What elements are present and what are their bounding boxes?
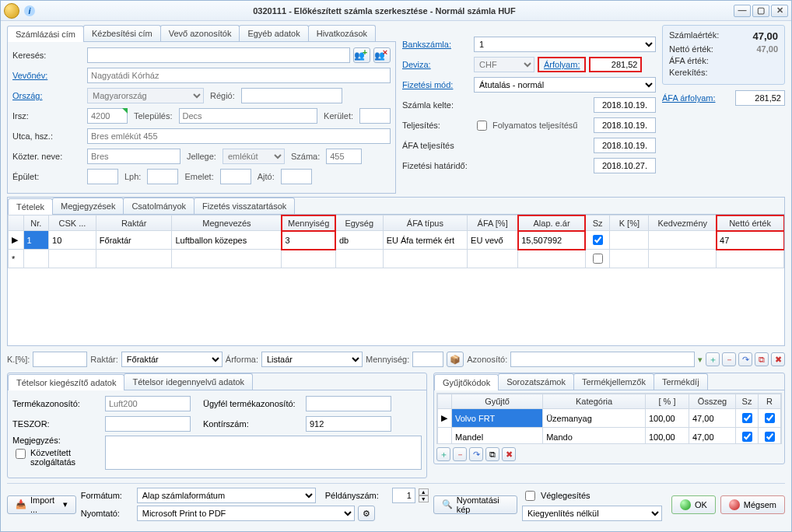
- jellege-select[interactable]: emlékút: [223, 149, 285, 164]
- tab-vevo-azonositok[interactable]: Vevő azonosítók: [160, 25, 240, 41]
- afa-arfolyam-field[interactable]: [735, 90, 785, 106]
- search-input[interactable]: [87, 47, 350, 63]
- export-icon[interactable]: ↷: [738, 352, 752, 366]
- col-megnevezes[interactable]: Megnevezés: [172, 215, 282, 231]
- kpct-field[interactable]: [33, 352, 87, 367]
- copy-icon[interactable]: ⧉: [755, 352, 769, 366]
- label-afa-arfolyam[interactable]: ÁFA árfolyam:: [662, 93, 715, 103]
- delete-row-icon[interactable]: －: [722, 352, 736, 366]
- table-row-new[interactable]: *: [9, 250, 784, 268]
- tab-gyujtokodok[interactable]: Gyűjtőkódok: [434, 374, 499, 390]
- col-alapear[interactable]: Alap. e.ár: [518, 215, 586, 231]
- col-mennyiseg[interactable]: Mennyiség: [282, 215, 335, 231]
- col-afatipus[interactable]: ÁFA típus: [383, 215, 467, 231]
- arforma-select[interactable]: Listaár: [261, 352, 363, 367]
- tab-tetelek[interactable]: Tételek: [8, 198, 53, 215]
- tab-termekdij[interactable]: Termékdíj: [654, 373, 708, 390]
- table-row[interactable]: ▶ Volvo FRT Üzemanyag 100,00 47,00: [438, 409, 781, 428]
- azonosito-field[interactable]: [510, 352, 695, 367]
- tab-tetelsor-idegen[interactable]: Tételsor idegennyelvű adatok: [124, 373, 253, 390]
- ugyfelterm-field[interactable]: [306, 396, 391, 411]
- print-preview-button[interactable]: 🔍 Nyomtatási kép: [433, 495, 517, 514]
- termekazon-field[interactable]: [105, 396, 191, 411]
- nyomtato-select[interactable]: Microsoft Print to PDF: [137, 506, 355, 521]
- label-vevonev[interactable]: Vevőnév:: [12, 71, 84, 80]
- teszor-field[interactable]: [105, 416, 191, 432]
- col-egyseg[interactable]: Egység: [335, 215, 383, 231]
- spinner-up-icon[interactable]: ▲: [419, 488, 429, 495]
- gy-r-checkbox[interactable]: [765, 432, 775, 442]
- epulet-field[interactable]: [87, 169, 118, 184]
- szama-field[interactable]: [326, 149, 362, 164]
- chevron-down-icon[interactable]: ▾: [698, 355, 703, 365]
- label-orszag[interactable]: Ország:: [12, 91, 84, 100]
- tab-egyeb-adatok[interactable]: Egyéb adatok: [239, 25, 308, 41]
- kozter-field[interactable]: [87, 149, 180, 164]
- kelte-date[interactable]: 2018.10.19.: [594, 97, 656, 113]
- remove-icon[interactable]: ✖: [771, 352, 785, 366]
- col-csk[interactable]: CSK ...: [49, 215, 96, 231]
- arfolyam-field[interactable]: [589, 57, 642, 72]
- info-icon[interactable]: i: [24, 5, 35, 16]
- orszag-select[interactable]: Magyarország: [87, 88, 204, 103]
- gy-delete-icon[interactable]: －: [453, 447, 467, 461]
- add-partner-icon[interactable]: 👥+: [353, 47, 370, 63]
- gy-remove-icon[interactable]: ✖: [502, 447, 516, 461]
- col-kedvezmeny[interactable]: Kedvezmény: [649, 215, 717, 231]
- tab-csatolmanyok[interactable]: Csatolmányok: [123, 198, 194, 214]
- tab-sorozatszamok[interactable]: Sorozatszámok: [498, 373, 574, 390]
- teljesites-date[interactable]: 2018.10.19.: [594, 117, 656, 133]
- formatum-select[interactable]: Alap számlaformátum: [137, 488, 316, 503]
- tab-hivatkozasok[interactable]: Hivatkozások: [308, 25, 376, 41]
- afatelj-date[interactable]: 2018.10.19.: [594, 138, 656, 153]
- row-sz-checkbox[interactable]: [593, 235, 603, 245]
- table-row[interactable]: Mandel Mando 100,00 47,00: [438, 428, 781, 445]
- tab-szamlazasi-cim[interactable]: Számlázási cím: [7, 26, 84, 42]
- package-icon[interactable]: 📦: [447, 352, 464, 367]
- col-afapct[interactable]: ÁFA [%]: [468, 215, 518, 231]
- mennyiseg-field[interactable]: [412, 352, 443, 367]
- gy-sz-checkbox[interactable]: [742, 413, 752, 423]
- tab-termekjellemzok[interactable]: Termékjellemzők: [573, 373, 654, 390]
- col-nettoertek[interactable]: Nettó érték: [717, 215, 784, 231]
- fizmod-select[interactable]: Átutalás - normál: [474, 77, 656, 93]
- veglegesites-checkbox[interactable]: [525, 491, 535, 501]
- tab-kezbesitesi-cim[interactable]: Kézbesítési cím: [83, 25, 161, 41]
- peldany-field[interactable]: [392, 488, 415, 503]
- maximize-button[interactable]: ▢: [752, 5, 769, 17]
- spinner-down-icon[interactable]: ▼: [419, 495, 429, 502]
- label-deviza[interactable]: Deviza:: [402, 60, 471, 69]
- col-kpct[interactable]: K [%]: [610, 215, 649, 231]
- tab-megjegyzesek[interactable]: Megjegyzések: [52, 198, 124, 214]
- col-raktar[interactable]: Raktár: [96, 215, 172, 231]
- kozvetitett-checkbox[interactable]: [16, 449, 26, 459]
- row-sz-checkbox[interactable]: [593, 254, 603, 264]
- gyujto-grid[interactable]: Gyűjtő Kategória [ % ] Összeg Sz R ▶ Vol…: [437, 394, 781, 444]
- label-arfolyam[interactable]: Árfolyam:: [538, 57, 586, 72]
- import-button[interactable]: 📥 Import ... ▾: [7, 495, 76, 514]
- close-button[interactable]: ✕: [771, 5, 788, 17]
- deviza-select[interactable]: CHF: [474, 57, 534, 72]
- printer-settings-icon[interactable]: ⚙: [358, 506, 375, 521]
- minimize-button[interactable]: —: [734, 5, 751, 17]
- label-fizmod[interactable]: Fizetési mód:: [402, 80, 471, 89]
- ok-button[interactable]: OK: [671, 495, 716, 514]
- kiegyenlites-select[interactable]: Kiegyenlítés nélkül: [522, 506, 662, 521]
- gy-sz-checkbox[interactable]: [742, 432, 752, 442]
- telepules-field[interactable]: [179, 108, 318, 124]
- items-grid[interactable]: Nr. CSK ... Raktár Megnevezés Mennyiség …: [8, 215, 784, 268]
- tab-fizetes-visszatartasok[interactable]: Fizetés visszatartások: [194, 198, 295, 214]
- col-sz[interactable]: Sz: [585, 215, 609, 231]
- folyamatos-checkbox[interactable]: [477, 121, 487, 131]
- raktar-select[interactable]: Főraktár: [121, 352, 223, 367]
- lph-field[interactable]: [147, 169, 178, 184]
- gy-export-icon[interactable]: ↷: [469, 447, 483, 461]
- cancel-button[interactable]: Mégsem: [720, 495, 785, 514]
- tab-tetelsor-kieg[interactable]: Tételsor kiegészítő adatok: [8, 374, 124, 390]
- table-row[interactable]: ▶ 1 10 Főraktár Luftballon közepes 3 db …: [9, 231, 784, 250]
- regio-field[interactable]: [241, 88, 342, 103]
- emelet-field[interactable]: [220, 169, 251, 184]
- add-row-icon[interactable]: ＋: [706, 352, 720, 366]
- gy-copy-icon[interactable]: ⧉: [485, 447, 499, 461]
- kontir-field[interactable]: [306, 416, 391, 432]
